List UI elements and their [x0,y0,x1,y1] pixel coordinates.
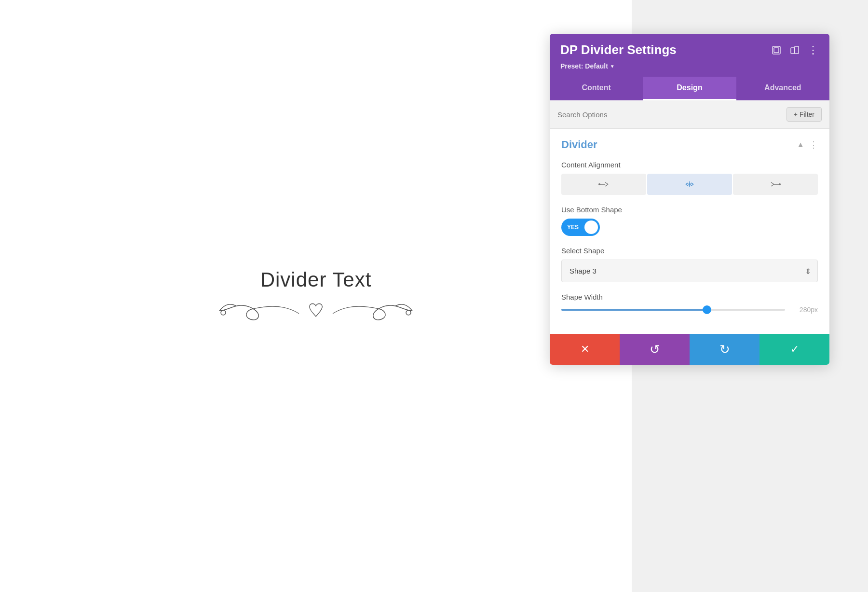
toggle-knob [584,220,598,234]
select-shape-label: Select Shape [561,247,818,255]
align-center-button[interactable] [647,174,732,195]
use-bottom-shape-field: Use Bottom Shape YES [561,206,818,236]
tab-content[interactable]: Content [550,77,643,100]
svg-line-14 [691,183,693,184]
minimize-icon[interactable] [771,44,782,56]
slider-fill [561,309,707,311]
preset-arrow: ▼ [610,64,615,69]
undo-button[interactable]: ↺ [620,334,690,365]
settings-panel: DP Divider Settings ⋮ Preset: [550,34,829,365]
search-input[interactable] [557,110,787,119]
panel-title: DP Divider Settings [560,42,677,57]
svg-point-0 [221,310,226,315]
tab-design[interactable]: Design [643,77,736,100]
toggle-container: YES [561,219,818,236]
select-shape-field: Select Shape Shape 1 Shape 2 Shape 3 Sha… [561,247,818,282]
alignment-group [561,174,818,195]
svg-line-19 [771,184,774,186]
content-alignment-label: Content Alignment [561,161,818,169]
svg-point-20 [779,183,781,185]
align-left-button[interactable] [561,174,646,195]
svg-rect-4 [791,48,795,54]
select-shape-wrapper: Shape 1 Shape 2 Shape 3 Shape 4 Shape 5 … [561,260,818,282]
panel-header-icons: ⋮ [771,44,819,56]
slider-track [561,309,785,311]
save-button[interactable]: ✓ [760,334,829,365]
use-bottom-shape-label: Use Bottom Shape [561,206,818,214]
divider-text: Divider Text [260,268,372,291]
section-controls: ▲ ⋮ [797,139,818,150]
svg-line-18 [771,182,774,184]
svg-point-16 [689,183,691,186]
tab-advanced[interactable]: Advanced [736,77,829,100]
content-alignment-field: Content Alignment [561,161,818,195]
toggle-yes-label: YES [567,224,579,231]
bottom-bar: ✕ ↺ ↻ ✓ [550,334,829,365]
panel-header: DP Divider Settings ⋮ Preset: [550,34,829,77]
panel-preset[interactable]: Preset: Default ▼ [560,62,819,70]
svg-rect-3 [774,48,779,53]
use-bottom-shape-toggle[interactable]: YES [561,219,600,236]
panel-tabs: Content Design Advanced [550,77,829,100]
filter-button[interactable]: + Filter [787,107,822,122]
slider-thumb[interactable] [703,305,711,314]
panel-content: Divider ▲ ⋮ Content Alignment [550,129,829,334]
slider-value: 280px [792,306,818,314]
canvas: Divider Text [0,0,632,592]
align-right-button[interactable] [733,174,818,195]
section-collapse-icon[interactable]: ▲ [797,140,804,149]
svg-line-8 [605,184,608,186]
more-options-icon[interactable]: ⋮ [807,44,819,56]
shape-width-label: Shape Width [561,293,818,301]
svg-point-1 [406,310,411,315]
panel-header-top: DP Divider Settings ⋮ [560,42,819,57]
divider-preview: Divider Text [215,268,417,324]
slider-row: 280px [561,306,818,314]
redo-button[interactable]: ↻ [690,334,760,365]
select-shape-dropdown[interactable]: Shape 1 Shape 2 Shape 3 Shape 4 Shape 5 [561,260,818,282]
section-menu-icon[interactable]: ⋮ [809,139,818,150]
svg-rect-5 [795,46,799,54]
expand-icon[interactable] [789,44,800,56]
svg-line-12 [686,183,688,184]
divider-ornament [215,295,417,324]
svg-point-9 [598,183,600,185]
section-title: Divider [561,138,597,151]
cancel-button[interactable]: ✕ [550,334,620,365]
shape-width-field: Shape Width 280px [561,293,818,314]
search-bar: + Filter [550,100,829,129]
svg-line-13 [686,184,688,186]
section-header: Divider ▲ ⋮ [561,138,818,151]
svg-line-15 [691,184,693,186]
svg-line-7 [605,182,608,184]
